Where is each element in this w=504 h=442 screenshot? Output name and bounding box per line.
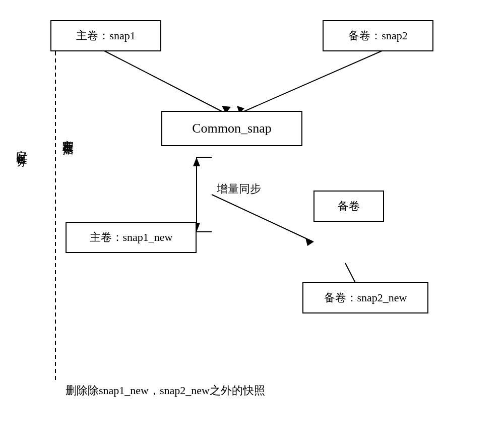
svg-line-10 (212, 195, 313, 242)
diagram: 主卷：snap1 备卷：snap2 Common_snap 主卷：snap1_n… (0, 0, 504, 442)
diagram-svg (0, 0, 504, 442)
snap1-new-label: 主卷：snap1_new (90, 230, 173, 245)
snap1-box: 主卷：snap1 (50, 20, 161, 51)
backup-vol-box: 备卷 (313, 191, 384, 222)
snap1-label: 主卷：snap1 (76, 28, 135, 43)
common-snap-label: Common_snap (192, 121, 271, 136)
snap2-new-label: 备卷：snap2_new (324, 290, 407, 305)
svg-line-1 (103, 50, 226, 113)
scheduled-task-label: 定时任务 (14, 141, 29, 149)
snap2-label: 备卷：snap2 (348, 28, 407, 43)
common-snap-box: Common_snap (161, 111, 302, 146)
snap2-box: 备卷：snap2 (323, 20, 433, 51)
backup-vol-label: 备卷 (338, 199, 360, 214)
snap2-new-box: 备卷：snap2_new (302, 282, 428, 313)
incremental-sync-label: 增量同步 (217, 181, 261, 197)
svg-line-3 (239, 50, 383, 113)
svg-marker-8 (193, 157, 200, 166)
snap1-new-box: 主卷：snap1_new (66, 222, 197, 253)
footer-note: 删除除snap1_new，snap2_new之外的快照 (66, 383, 265, 398)
svg-marker-11 (305, 238, 313, 246)
write-data-label: 主卷写数据 (61, 131, 75, 136)
